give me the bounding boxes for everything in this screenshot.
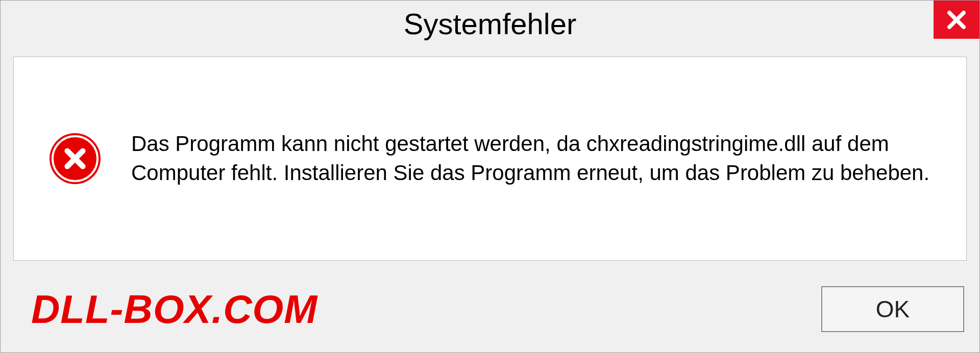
dialog-title: Systemfehler bbox=[404, 7, 576, 41]
titlebar: Systemfehler bbox=[1, 1, 979, 46]
error-message: Das Programm kann nicht gestartet werden… bbox=[131, 130, 936, 187]
close-button[interactable] bbox=[934, 1, 979, 39]
error-icon bbox=[50, 133, 101, 184]
brand-text: DLL-BOX.COM bbox=[31, 286, 317, 333]
ok-button[interactable]: OK bbox=[821, 286, 964, 332]
error-icon-wrap bbox=[50, 133, 101, 184]
close-icon bbox=[946, 9, 967, 31]
error-dialog: Systemfehler Das Programm kann nicht ges… bbox=[0, 0, 980, 353]
dialog-footer: DLL-BOX.COM OK bbox=[1, 271, 979, 352]
message-box: Das Programm kann nicht gestartet werden… bbox=[13, 57, 967, 261]
content-area: Das Programm kann nicht gestartet werden… bbox=[1, 46, 979, 271]
